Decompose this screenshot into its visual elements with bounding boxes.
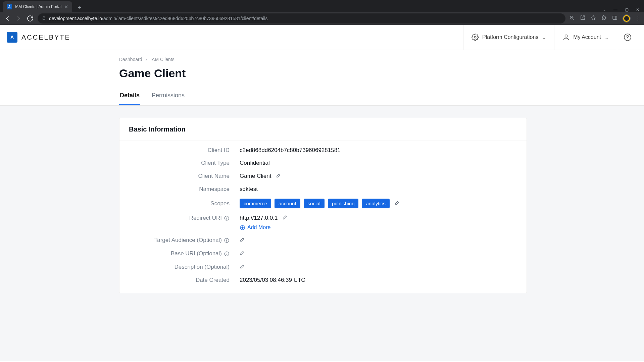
help-icon xyxy=(624,33,632,41)
svg-point-4 xyxy=(565,35,567,37)
brand[interactable]: A ACCELBYTE xyxy=(7,32,70,43)
svg-rect-0 xyxy=(43,18,45,19)
chevron-right-icon: › xyxy=(146,57,147,62)
browser-chrome: A IAM Clients | Admin Portal ✕ ＋ ⌄ — ▢ ✕… xyxy=(0,0,644,25)
app-header: A ACCELBYTE Platform Configurations ⌄ My… xyxy=(0,25,644,50)
page-title: Game Client xyxy=(119,67,530,80)
edit-redirect-uri-button[interactable] xyxy=(282,214,288,222)
value-namespace: sdktest xyxy=(240,186,258,193)
lock-icon xyxy=(42,16,46,21)
chevron-down-icon: ⌄ xyxy=(604,34,609,41)
row-base-uri: Base URI (Optional) xyxy=(119,244,527,257)
browser-toolbar: development.accelbyte.io/admin/iam-clien… xyxy=(0,12,644,25)
info-icon[interactable] xyxy=(224,215,230,221)
label-namespace: Namespace xyxy=(129,186,240,193)
window-controls: ⌄ — ▢ ✕ xyxy=(603,7,644,12)
scope-chip: account xyxy=(275,199,300,208)
nav-back-button[interactable] xyxy=(3,14,11,22)
window-minimize-icon[interactable]: — xyxy=(613,7,617,12)
label-redirect-uri: Redirect URI xyxy=(129,215,240,221)
bookmark-star-icon[interactable] xyxy=(590,15,596,22)
help-button[interactable] xyxy=(617,25,638,50)
page-tabs: Details Permissions xyxy=(119,92,530,105)
content-area: Basic Information Client ID c2ed868dd620… xyxy=(0,106,644,361)
basic-info-card: Basic Information Client ID c2ed868dd620… xyxy=(119,118,527,293)
my-account-menu[interactable]: My Account ⌄ xyxy=(554,25,617,50)
tab-title: IAM Clients | Admin Portal xyxy=(15,4,61,9)
row-target-audience: Target Audience (Optional) xyxy=(119,230,527,244)
edit-description-button[interactable] xyxy=(240,263,245,271)
label-date-created: Date Created xyxy=(129,277,240,283)
gear-icon xyxy=(472,34,479,41)
scope-chip: commerce xyxy=(240,199,271,208)
address-bar[interactable]: development.accelbyte.io/admin/iam-clien… xyxy=(38,13,565,23)
brand-logo-icon: A xyxy=(7,32,17,43)
info-icon[interactable] xyxy=(224,251,230,257)
sidepanel-icon[interactable] xyxy=(612,15,618,22)
app-root: A ACCELBYTE Platform Configurations ⌄ My… xyxy=(0,25,644,362)
window-maximize-icon[interactable]: ▢ xyxy=(625,7,629,12)
platform-config-menu[interactable]: Platform Configurations ⌄ xyxy=(463,25,554,50)
toolbar-right-cluster: ⋮ xyxy=(569,14,641,22)
browser-tab-active[interactable]: A IAM Clients | Admin Portal ✕ xyxy=(3,1,72,12)
label-client-name: Client Name xyxy=(129,173,240,179)
page: Dashboard › IAM Clients Game Client Deta… xyxy=(0,50,644,361)
user-icon xyxy=(562,34,570,41)
row-date-created: Date Created 2023/05/03 08:46:39 UTC xyxy=(119,271,527,293)
share-icon[interactable] xyxy=(580,15,586,22)
label-client-type: Client Type xyxy=(129,160,240,166)
address-bar-url: development.accelbyte.io/admin/iam-clien… xyxy=(49,16,267,21)
breadcrumb-iam-clients[interactable]: IAM Clients xyxy=(150,57,175,62)
tab-permissions[interactable]: Permissions xyxy=(151,92,185,105)
breadcrumb: Dashboard › IAM Clients xyxy=(119,57,530,62)
edit-base-uri-button[interactable] xyxy=(240,250,245,257)
new-tab-button[interactable]: ＋ xyxy=(75,3,84,12)
window-close-icon[interactable]: ✕ xyxy=(636,7,639,12)
my-account-label: My Account xyxy=(573,34,601,40)
svg-point-3 xyxy=(474,36,476,38)
browser-tabstrip: A IAM Clients | Admin Portal ✕ ＋ ⌄ — ▢ ✕ xyxy=(0,0,644,12)
profile-avatar[interactable] xyxy=(623,14,631,22)
plus-circle-icon xyxy=(240,225,245,230)
scope-chip: publishing xyxy=(328,199,359,208)
tab-favicon: A xyxy=(7,4,12,9)
label-scopes: Scopes xyxy=(129,200,240,207)
nav-forward-button[interactable] xyxy=(15,14,23,22)
info-icon[interactable] xyxy=(224,238,230,243)
brand-name: ACCELBYTE xyxy=(21,34,70,41)
extensions-icon[interactable] xyxy=(601,15,607,22)
label-description: Description (Optional) xyxy=(129,264,240,270)
row-client-id: Client ID c2ed868dd6204b7c80b73960692815… xyxy=(119,141,527,154)
chevron-down-icon: ⌄ xyxy=(542,34,546,41)
breadcrumb-dashboard[interactable]: Dashboard xyxy=(119,57,142,62)
label-base-uri: Base URI (Optional) xyxy=(129,250,240,257)
zoom-icon[interactable] xyxy=(569,15,575,22)
row-namespace: Namespace sdktest xyxy=(119,180,527,193)
nav-reload-button[interactable] xyxy=(26,14,34,22)
label-client-id: Client ID xyxy=(129,147,240,154)
platform-config-label: Platform Configurations xyxy=(482,34,538,40)
row-scopes: Scopes commerce account social publishin… xyxy=(119,193,527,208)
chrome-dropdown-icon[interactable]: ⌄ xyxy=(603,7,606,12)
tab-close-icon[interactable]: ✕ xyxy=(64,4,68,9)
header-right: Platform Configurations ⌄ My Account ⌄ xyxy=(463,25,638,50)
edit-target-audience-button[interactable] xyxy=(240,237,245,244)
value-client-id: c2ed868dd6204b7c80b7396069281581 xyxy=(240,147,341,154)
row-redirect-uri: Redirect URI http://127.0.0.1 xyxy=(119,208,527,222)
scopes-chips: commerce account social publishing analy… xyxy=(240,199,390,208)
row-description: Description (Optional) xyxy=(119,257,527,271)
edit-client-name-button[interactable] xyxy=(276,172,282,180)
value-client-name: Game Client xyxy=(240,173,271,179)
chrome-menu-icon[interactable]: ⋮ xyxy=(635,15,641,22)
tab-details[interactable]: Details xyxy=(119,92,140,105)
row-client-type: Client Type Confidential xyxy=(119,154,527,166)
card-title: Basic Information xyxy=(119,118,527,141)
label-target-audience: Target Audience (Optional) xyxy=(129,237,240,244)
svg-rect-2 xyxy=(613,16,617,20)
row-client-name: Client Name Game Client xyxy=(119,166,527,180)
add-more-redirect-button[interactable]: Add More xyxy=(240,224,270,230)
value-redirect-uri: http://127.0.0.1 xyxy=(240,215,278,221)
edit-scopes-button[interactable] xyxy=(394,200,400,207)
value-date-created: 2023/05/03 08:46:39 UTC xyxy=(240,277,305,283)
row-redirect-add: Add More xyxy=(119,222,527,230)
